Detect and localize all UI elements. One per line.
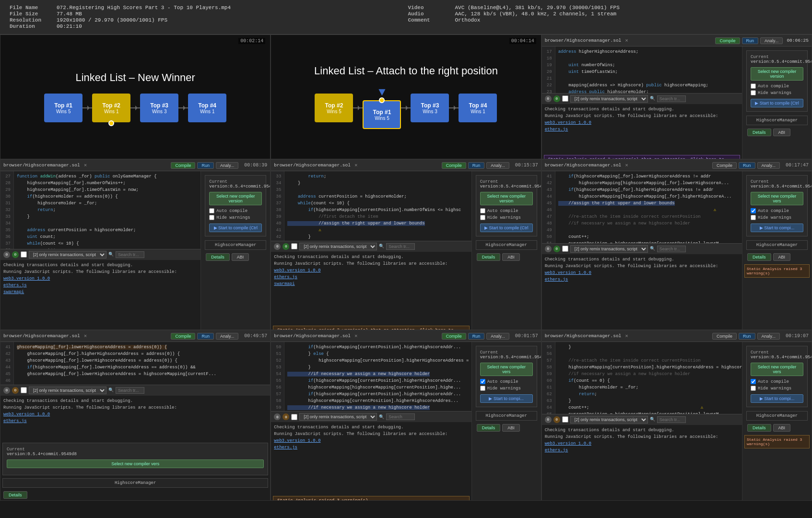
compile-btn-br[interactable]: Compile [712,333,737,340]
start-compile-btn-mr[interactable]: ▶ Start to compi... [751,224,803,232]
run-btn-mr[interactable]: Run [739,162,755,169]
search-input-br[interactable] [657,416,686,423]
select-compiler-btn-mm[interactable]: Select new compiler version [480,192,533,205]
ethers-link-ml[interactable]: ethers.js [3,283,27,288]
details-btn-ml[interactable]: Details [206,253,230,261]
swarm-link-ml[interactable]: swarmapi [3,290,24,294]
checkbox-bm[interactable] [291,414,297,420]
run-btn-bl[interactable]: Run [197,333,214,340]
search-input-bm[interactable] [386,413,415,420]
run-btn-bm[interactable]: Run [468,333,485,340]
checkbox-br[interactable] [562,416,568,423]
close-icon-br[interactable]: × [625,333,628,339]
close-icon-tr[interactable]: × [625,38,628,44]
search-input-ml[interactable] [116,251,144,258]
analysis-btn-br[interactable]: Analy... [757,333,780,340]
hide-warnings-check-mm[interactable] [480,215,485,220]
run-btn-br[interactable]: Run [739,333,755,340]
details-btn-bl[interactable]: Details [3,491,27,499]
auto-compile-check-br[interactable] [751,379,756,384]
select-compiler-btn-ml[interactable]: Select new compiler version [209,192,262,205]
close-icon-mr[interactable]: × [625,163,628,168]
web3-link-bl[interactable]: web3.version 1.0.0 [3,412,50,417]
static-warning-mr[interactable]: Static Analysis raised 3 warning(s) [744,264,810,278]
hide-warnings-check-ml[interactable] [209,215,214,220]
ethers-link-bl[interactable]: ethers.js [3,419,27,424]
run-btn-ml[interactable]: Run [197,162,214,169]
web3-link-mr[interactable]: web3.version 1.0.0 [545,271,591,275]
auto-compile-check-bm[interactable] [480,379,485,384]
auto-compile-check-mr[interactable] [751,208,756,213]
script-select-br[interactable]: [2] only remix transactions, script [570,416,648,424]
details-btn-bm[interactable]: Details [477,424,501,432]
hide-warnings-check-tr[interactable] [751,90,756,95]
script-select-tr[interactable]: [2] only remix transactions, script [570,95,648,103]
abi-btn-bm[interactable]: ABI [502,424,520,432]
select-compiler-btn-br[interactable]: Select new compiler vers [751,363,803,376]
checkbox-ml[interactable] [21,251,27,258]
abi-btn-mm[interactable]: ABI [502,253,520,261]
ethers-link-mm[interactable]: ethers.js [274,275,297,280]
start-compile-btn-bm[interactable]: ▶ Start to compi... [480,394,533,403]
search-input-mm[interactable] [386,243,415,250]
search-input-bl[interactable] [116,387,144,394]
search-input-tr[interactable] [657,95,686,102]
start-compile-btn-tr[interactable]: ▶ Start to compile (Ctrl [751,99,803,107]
abi-btn-ml[interactable]: ABI [232,253,249,261]
details-btn-mm[interactable]: Details [477,253,501,261]
checkbox-bl[interactable] [21,387,27,393]
close-icon-ml[interactable]: × [84,163,87,168]
swarm-link-mm[interactable]: swarmapi [274,282,294,286]
static-analysis-tr[interactable]: Static Analysis raised 2 warning(s) that… [544,155,740,159]
web3-link-tr[interactable]: web3.version 1.0.0 [545,120,591,125]
web3-link-ml[interactable]: web3.version 1.0.0 [3,276,50,281]
hide-warnings-check-mr[interactable] [751,215,756,220]
script-select-mm[interactable]: [2] only remix transactions, script [299,243,377,250]
close-icon-bm[interactable]: × [354,333,358,339]
analysis-btn-tr[interactable]: Analy... [760,37,783,44]
compile-btn-ml[interactable]: Compile [171,162,195,169]
compile-btn-bl[interactable]: Compile [171,333,195,340]
compile-btn-bm[interactable]: Compile [442,333,466,340]
checkbox-mm[interactable] [291,243,297,249]
auto-compile-check-tr[interactable] [751,83,756,89]
ethers-link-mr[interactable]: ethers.js [545,277,568,282]
analysis-btn-mm[interactable]: Analy... [486,162,509,169]
compile-btn-tr[interactable]: Compile [715,37,740,44]
ethers-link-br[interactable]: ethers.js [545,448,568,453]
select-compiler-btn-tr[interactable]: Select new compiler version [751,67,803,81]
warning-banner-mm[interactable]: Static Analysis raised 3 warning(s) that… [273,326,469,330]
script-select-ml[interactable]: [2] only remix transactions, script [29,251,106,259]
hide-warnings-check-br[interactable] [751,386,756,391]
ethers-link-bm[interactable]: ethers.js [274,445,297,450]
select-compiler-btn-bl[interactable]: Select new compiler vers [7,459,264,468]
details-btn-tr[interactable]: Details [747,129,771,136]
ethers-link-tr[interactable]: ethers.js [545,127,568,132]
script-select-bl[interactable]: [2] only remix transactions, script [29,387,106,394]
checkbox-mr[interactable] [562,246,568,252]
abi-btn-br[interactable]: ABI [773,424,791,432]
compile-btn-mr[interactable]: Compile [712,162,737,169]
run-btn-mm[interactable]: Run [468,162,485,169]
details-btn-br[interactable]: Details [747,424,771,432]
details-btn-mr[interactable]: Details [747,253,771,261]
script-select-mr[interactable]: [2] only remix transactions, script [570,245,648,253]
script-select-bm[interactable]: [2] only remix transactions, script [299,413,377,421]
analysis-btn-mr[interactable]: Analy... [757,162,780,169]
web3-link-br[interactable]: web3.version 1.0.0 [545,441,591,446]
abi-btn-tr[interactable]: ABI [773,129,791,136]
start-compile-btn-ml[interactable]: ▶ Start to compile (Ctrl [209,224,262,232]
checkbox-tr[interactable] [562,95,568,102]
search-input-mr[interactable] [657,246,686,252]
abi-btn-mr[interactable]: ABI [773,253,791,261]
auto-compile-check-ml[interactable] [209,208,214,213]
web3-link-bm[interactable]: web3.version 1.0.0 [274,438,320,443]
close-icon-bl[interactable]: × [84,333,87,339]
close-icon-mm[interactable]: × [354,163,358,168]
start-compile-btn-mm[interactable]: ▶ Start to compile (Ctrl [480,224,533,232]
warning-banner-bm[interactable]: Static Analysis raised 3 warning(s) [273,496,469,501]
analysis-btn-bl[interactable]: Analy... [216,333,238,340]
web3-link-mm[interactable]: web3.version 1.0.0 [274,268,320,273]
run-btn-tr[interactable]: Run [742,37,759,44]
analysis-btn-bm[interactable]: Analy... [486,333,509,340]
